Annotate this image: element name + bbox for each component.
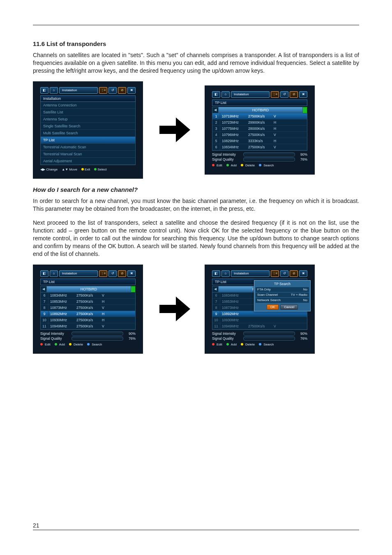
satellite-selector[interactable]: ◀ HOTBIRD — [212, 107, 307, 113]
tp-table[interactable]: 610834MHz27500Ks/sV710853MHz27500Ks/sH81… — [40, 292, 136, 330]
tp-row-polarization — [273, 317, 307, 323]
menu-item[interactable]: Terrestrial Automatic Scan — [41, 144, 135, 151]
popup-title: TP Search — [256, 281, 309, 287]
tp-row-freq: 10873MHz — [220, 305, 248, 311]
tp-row-freq: 10775MHz — [220, 126, 248, 131]
tp-row[interactable]: 910892MHz — [212, 311, 307, 317]
satellite-prev-icon[interactable]: ◀ — [212, 286, 219, 292]
menu-item[interactable]: Antenna Setup — [41, 116, 135, 123]
tp-row-num: 9 — [41, 311, 48, 317]
tp-row[interactable]: 1110949MHz27500Ks/sV — [41, 323, 135, 329]
popup-row[interactable]: Scan Channel TV + Radio — [256, 292, 309, 297]
tp-row-polarization: H — [101, 311, 135, 317]
tp-row[interactable]: 1010930MHz — [212, 317, 307, 323]
popup-row-label: Network Search — [257, 298, 281, 302]
tp-row[interactable]: 210723MHz29900Ks/sH — [212, 120, 307, 126]
btn-delete[interactable]: Delete — [69, 343, 83, 346]
tp-row[interactable]: 610834MHz27500Ks/sV — [41, 292, 135, 299]
tp-row-freq: 10930MHz — [48, 317, 76, 323]
satellite-next-icon[interactable] — [131, 286, 136, 292]
popup-ok-button[interactable]: OK — [267, 304, 279, 310]
signal-intensity-value: 90% — [297, 332, 307, 336]
popup-cancel-button[interactable]: Cancel — [280, 304, 298, 310]
menu-item[interactable]: Multi Satellite Search — [41, 130, 135, 137]
satellite-name: HOTBIRD — [219, 107, 303, 113]
header-icon: ✖ — [299, 270, 307, 277]
tp-table[interactable]: 110719MHz27500Ks/sV210723MHz29900Ks/sH31… — [212, 113, 307, 151]
tp-row-symbolrate: 27500Ks/s — [248, 132, 273, 138]
popup-row[interactable]: FTA Only No — [256, 287, 309, 292]
tp-row[interactable]: 110719MHz27500Ks/sV — [212, 113, 307, 120]
tp-row-symbolrate: 27500Ks/s — [76, 317, 101, 323]
hint-move: ▲▼ Move — [62, 168, 77, 171]
btn-edit[interactable]: Edit — [40, 343, 51, 346]
signal-quality-value: 76% — [297, 157, 307, 161]
header-icon: ↺ — [280, 270, 288, 277]
tp-row[interactable]: 1010930MHz27500Ks/sH — [41, 317, 135, 323]
btn-edit[interactable]: Edit — [212, 164, 222, 167]
tp-row-polarization: V — [273, 113, 307, 119]
btn-search[interactable]: Search — [259, 343, 274, 346]
tp-row-polarization: V — [101, 292, 135, 298]
tp-search-popup: TP Search FTA Only No Scan Channel TV + … — [254, 280, 311, 311]
installation-menu[interactable]: Antenna Connection Satellite List Antenn… — [40, 102, 136, 165]
panel-title: TP List — [40, 279, 136, 285]
tp-row-polarization: H — [273, 126, 307, 131]
tp-row[interactable]: 310775MHz28000Ks/sH — [212, 126, 307, 132]
tp-row-num: 7 — [212, 299, 220, 304]
tp-row-freq: 10829MHz — [220, 138, 248, 144]
btn-add[interactable]: Add — [55, 343, 65, 346]
header-rule — [33, 25, 359, 25]
satellite-selector[interactable]: ◀ HOTBIRD — [40, 286, 136, 292]
tp-row[interactable]: 710853MHz27500Ks/sH — [41, 299, 135, 305]
satellite-next-icon[interactable] — [303, 107, 307, 113]
menu-item[interactable]: Terrestrial Manual Scan — [41, 151, 135, 158]
satellite-prev-icon[interactable]: ◀ — [40, 286, 47, 292]
btn-search[interactable]: Search — [259, 164, 274, 167]
btn-delete[interactable]: Delete — [241, 164, 255, 167]
tp-row[interactable]: 910892MHz27500Ks/sH — [41, 311, 135, 317]
btn-add[interactable]: Add — [226, 164, 237, 167]
tp-row-symbolrate: 27500Ks/s — [76, 299, 101, 304]
tp-row-symbolrate — [248, 311, 273, 317]
tp-row[interactable]: 510829MHz3333Ks/sH — [212, 138, 307, 144]
window-header: ◧ ⌂ Instalation ⋮≡ ↺ ⊘ ✖ — [212, 91, 307, 98]
tp-row[interactable]: 810873MHz27500Ks/sV — [41, 305, 135, 311]
paragraph-2: In order to search for a new channel, yo… — [33, 197, 359, 213]
tp-row-freq: 10834MHz — [48, 292, 76, 298]
screenshot-tp-list-selected: ◧ ⌂ Instalation ⋮≡ ↺ ⊘ ✖ TP List ◀ HOTBI… — [33, 265, 143, 354]
satellite-prev-icon[interactable]: ◀ — [212, 107, 219, 113]
popup-row-label: FTA Only — [257, 288, 271, 291]
tp-row-num: 1 — [212, 113, 220, 119]
tp-row-num: 11 — [41, 323, 48, 329]
menu-item-selected[interactable]: TP List — [41, 137, 135, 144]
window-header: ◧ ⌂ Instalation ⋮≡ ↺ ⊘ ✖ — [40, 87, 136, 94]
hint-select: Select — [94, 168, 106, 171]
btn-add[interactable]: Add — [226, 343, 237, 346]
btn-delete[interactable]: Delete — [241, 343, 255, 346]
color-button-bar: Edit Add Delete Search — [40, 343, 136, 346]
tp-row-polarization: H — [273, 120, 307, 125]
tp-row-freq: 10853MHz — [48, 299, 76, 304]
tp-row[interactable]: 1110949MHz27500Ks/sV — [212, 323, 307, 329]
window-title: Instalation — [59, 270, 98, 277]
btn-edit[interactable]: Edit — [212, 343, 222, 346]
tp-row-polarization — [273, 311, 307, 317]
paragraph-3: Next proceed to the list of transponders… — [33, 219, 359, 258]
popup-row-value: TV + Radio — [291, 293, 307, 297]
tp-row-polarization: H — [101, 317, 135, 323]
menu-item[interactable]: Single Satellite Search — [41, 123, 135, 130]
menu-item[interactable]: Antenna Connection — [41, 102, 135, 109]
tp-row-freq: 10892MHz — [48, 311, 76, 317]
window-title: Instalation — [59, 87, 98, 94]
menu-item[interactable]: Aerial Adjustment — [41, 158, 135, 165]
header-icon: ⊘ — [290, 270, 298, 277]
menu-item[interactable]: Satellite List — [41, 109, 135, 116]
header-icon: ⊘ — [290, 91, 298, 98]
tp-row[interactable]: 610834MHz27500Ks/sV — [212, 144, 307, 150]
color-button-bar: Edit Add Delete Search — [212, 164, 307, 167]
popup-row[interactable]: Network Search No — [256, 298, 309, 303]
btn-search[interactable]: Search — [87, 343, 102, 346]
tp-row[interactable]: 410796MHz27500Ks/sV — [212, 132, 307, 138]
tp-row-freq: 10930MHz — [220, 317, 248, 323]
